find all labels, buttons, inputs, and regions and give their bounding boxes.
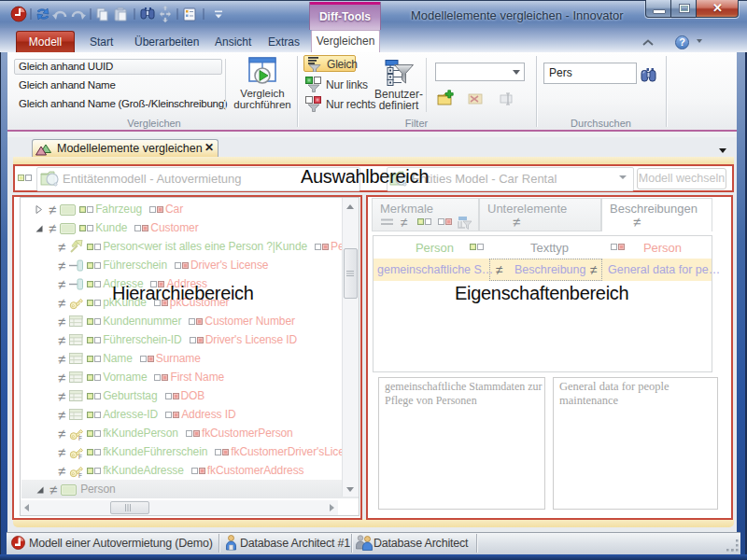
svg-text:≠: ≠ bbox=[401, 216, 408, 230]
